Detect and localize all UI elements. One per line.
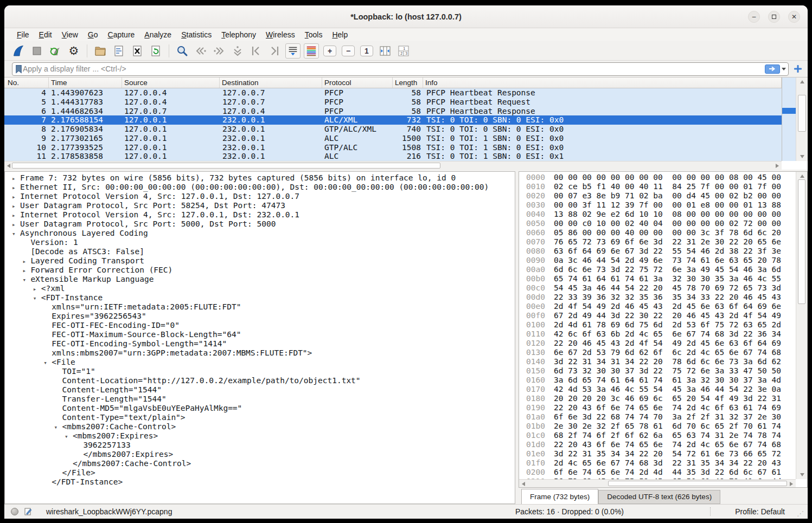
tree-row[interactable]: ▸Ethernet II, Src: 00:00:00_00:00:00 (00…	[5, 183, 515, 192]
packet-row[interactable]: 11 2.178583858 127.0.0.1 232.0.0.1 ALC 2…	[4, 152, 782, 161]
capture-options-icon[interactable]: ⚙	[66, 43, 81, 59]
expander-icon[interactable]: ▸	[12, 202, 20, 210]
tree-row[interactable]: Content-Length="1544"	[5, 385, 515, 395]
profile-status[interactable]: Profile: Default	[735, 507, 785, 516]
column-header-source[interactable]: Source	[122, 78, 220, 88]
scroll-down-arrow[interactable]	[800, 473, 804, 476]
tree-row[interactable]: </File>	[5, 468, 515, 477]
expander-icon[interactable]: ▾	[22, 275, 30, 284]
menu-item[interactable]: Edit	[34, 28, 57, 41]
hex-row[interactable]: 00e02d 4f 54 49 2d 46 45 43 2d 45 6e 63 …	[526, 302, 807, 311]
expander-icon[interactable]: ▸	[12, 192, 20, 201]
hex-row[interactable]: 018020 20 20 20 3c 46 69 6c 65 20 54 4f …	[526, 394, 807, 403]
packet-row[interactable]: 8 2.176905834 127.0.0.1 232.0.0.1 GTP/AL…	[4, 125, 782, 134]
tree-row[interactable]: Expires="3962256543"	[5, 312, 515, 321]
close-button[interactable]: ✕	[788, 11, 800, 23]
tree-row[interactable]: 3962257133	[5, 441, 515, 450]
tree-row[interactable]: FEC-OTI-FEC-Encoding-ID="0"	[5, 321, 515, 330]
zoom-out-icon[interactable]: −	[341, 43, 356, 59]
display-filter-input[interactable]	[23, 64, 765, 73]
hex-row[interactable]: 008063 6f 64 69 6e 67 3d 22 55 54 46 2d …	[526, 247, 807, 256]
vscroll-thumb[interactable]	[798, 95, 806, 132]
hex-row[interactable]: 012022 20 46 45 43 2d 4f 54 49 2d 45 6e …	[526, 339, 807, 348]
hex-row[interactable]: 01a06f 6e 3d 22 68 74 74 70 3a 2f 2f 31 …	[526, 412, 807, 422]
hex-row[interactable]: 001002 ce b5 f1 40 00 40 11 84 25 7f 00 …	[526, 182, 807, 191]
hex-row[interactable]: 01b02e 30 2e 32 2f 65 78 61 6d 70 6c 65 …	[526, 422, 807, 431]
hex-row[interactable]: 01002d 4d 61 78 69 6d 75 6d 2d 53 6f 75 …	[526, 320, 807, 330]
tree-row[interactable]: ▸User Datagram Protocol, Src Port: 58254…	[5, 201, 515, 210]
tree-row[interactable]: ▸<?xml	[5, 284, 515, 293]
hex-row[interactable]: 01c068 2f 74 6f 2f 6f 62 6a 65 63 74 31 …	[526, 431, 807, 440]
hex-row[interactable]: 006005 86 00 00 00 40 00 00 00 00 3c 3f …	[526, 228, 807, 237]
bytes-hscrollbar[interactable]	[519, 479, 796, 487]
apply-filter-button[interactable]	[765, 64, 780, 74]
tree-row[interactable]: </mbms2007:Expires>	[5, 450, 515, 459]
hex-row[interactable]: 00b065 74 61 64 61 74 61 3a 32 30 30 35 …	[526, 274, 807, 283]
hex-row[interactable]: 01306e 67 2d 53 79 6d 62 6f 6c 2d 4c 65 …	[526, 348, 807, 357]
scroll-left-arrow[interactable]	[7, 164, 10, 168]
menu-item[interactable]: Help	[327, 28, 353, 41]
packet-list-vscrollbar[interactable]	[796, 78, 808, 161]
capture-comment-icon[interactable]	[24, 507, 32, 516]
last-packet-icon[interactable]	[267, 43, 282, 59]
tree-row[interactable]: Content-Type="text/plain">	[5, 413, 515, 422]
resize-columns-icon[interactable]	[378, 43, 393, 59]
hscroll-thumb[interactable]	[608, 481, 787, 486]
menu-item[interactable]: Statistics	[176, 28, 216, 41]
hex-row[interactable]: 01f02d 4c 65 6e 67 74 68 3d 22 31 35 34 …	[526, 459, 807, 468]
tree-row[interactable]: ▸Forward Error Correction (FEC)	[5, 266, 515, 275]
hex-row[interactable]: 00a06d 6c 6e 73 3d 22 75 72 6e 3a 49 45 …	[526, 265, 807, 274]
hex-row[interactable]: 005000 00 c0 10 00 02 40 04 00 00 00 00 …	[526, 219, 807, 228]
menu-item[interactable]: Capture	[103, 28, 140, 41]
layout-icon[interactable]: 123	[396, 43, 411, 59]
tree-row[interactable]: ▸Internet Protocol Version 4, Src: 127.0…	[5, 192, 515, 201]
hex-row[interactable]: 00c054 45 3a 46 44 54 22 20 45 78 70 69 …	[526, 283, 807, 293]
start-capture-icon[interactable]	[11, 43, 26, 59]
find-packet-icon[interactable]	[175, 43, 190, 59]
tree-row[interactable]: FEC-OTI-Encoding-Symbol-Length="1414"	[5, 339, 515, 348]
tab-decoded-utf8[interactable]: Decoded UTF-8 text (626 bytes)	[598, 490, 720, 504]
tree-row[interactable]: Transfer-Length="1544"	[5, 395, 515, 404]
expander-icon[interactable]: ▸	[22, 266, 30, 275]
normal-size-icon[interactable]: 1	[359, 43, 374, 59]
hex-row[interactable]: 00900a 3c 46 44 54 2d 49 6e 73 74 61 6e …	[526, 256, 807, 265]
restart-capture-icon[interactable]	[48, 43, 63, 59]
hex-row[interactable]: 000000 00 00 00 00 00 00 00 00 00 00 00 …	[526, 173, 807, 182]
expander-icon[interactable]: ▸	[33, 285, 41, 293]
tree-row[interactable]: ▸Internet Protocol Version 4, Src: 127.0…	[5, 210, 515, 219]
stop-capture-icon[interactable]	[29, 43, 44, 59]
column-header-length[interactable]: Length	[393, 78, 423, 88]
tree-row[interactable]: xmlns:mbms2007="urn:3GPP:metadata:2007:M…	[5, 348, 515, 358]
tree-row[interactable]: ▾<File	[5, 358, 515, 367]
expander-icon[interactable]: ▸	[12, 220, 20, 229]
expander-icon[interactable]: ▾	[54, 423, 62, 431]
hex-row[interactable]: 003000 00 3f 11 12 39 7f 00 00 01 e8 00 …	[526, 201, 807, 210]
menu-item[interactable]: Tools	[300, 28, 328, 41]
expander-icon[interactable]: ▸	[12, 183, 20, 192]
close-file-icon[interactable]	[130, 43, 145, 59]
column-header-info[interactable]: Info	[423, 78, 782, 88]
hscroll-thumb[interactable]	[12, 163, 440, 169]
hex-row[interactable]: 007076 65 72 73 69 6f 6e 3d 22 31 2e 30 …	[526, 237, 807, 247]
first-packet-icon[interactable]	[248, 43, 264, 59]
hex-row[interactable]: 01603a 6d 65 74 61 64 61 74 61 3a 32 30 …	[526, 376, 807, 385]
packet-row[interactable]: 5 1.444317783 127.0.0.4 127.0.0.7 PFCP 5…	[4, 98, 782, 107]
tree-row[interactable]: </FDT-Instance>	[5, 477, 515, 487]
menu-item[interactable]: View	[57, 28, 83, 41]
colorize-icon[interactable]	[304, 43, 319, 59]
tree-row[interactable]: ▾<FDT-Instance	[5, 293, 515, 302]
hex-row[interactable]: 004013 88 02 9e e2 6d 10 10 08 00 00 00 …	[526, 210, 807, 219]
scroll-up-arrow[interactable]	[800, 175, 804, 178]
hex-row[interactable]: 011042 6c 6f 63 6b 2d 4c 65 6e 67 74 68 …	[526, 330, 807, 339]
go-back-icon[interactable]	[193, 43, 208, 59]
hex-row[interactable]: 02006f 6e 74 65 6e 74 2d 4d 44 35 3d 22 …	[526, 468, 807, 477]
expander-icon[interactable]: ▾	[65, 432, 73, 441]
auto-scroll-icon[interactable]	[285, 43, 300, 59]
packet-row[interactable]: 7 2.176588154 127.0.0.1 232.0.0.1 ALC/XM…	[4, 115, 782, 125]
tree-row[interactable]: TOI="1"	[5, 367, 515, 376]
zoom-in-icon[interactable]: +	[322, 43, 337, 59]
column-header-time[interactable]: Time	[49, 78, 122, 88]
save-file-icon[interactable]	[111, 43, 126, 59]
tree-row[interactable]: Content-Location="http://127.0.0.2/examp…	[5, 376, 515, 385]
open-file-icon[interactable]	[93, 43, 108, 59]
